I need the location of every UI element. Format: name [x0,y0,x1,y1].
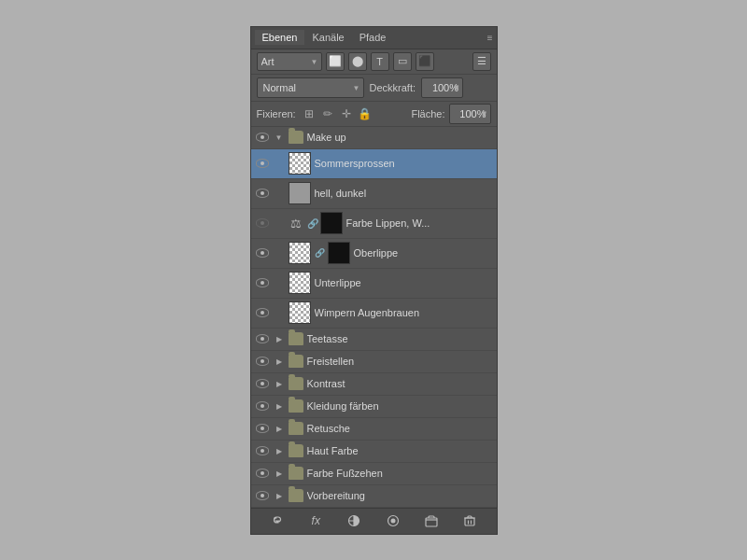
fill-wrapper: ▼ [449,104,491,124]
opacity-label: Deckkraft: [370,82,416,93]
expand-icon[interactable]: ▼ [274,132,285,143]
folder-icon [289,377,303,390]
layer-name: Freistellen [307,356,493,367]
fix-paint-icon[interactable]: ✏ [320,106,335,121]
new-mask-icon[interactable] [384,511,402,530]
fix-move-icon[interactable]: ✛ [339,106,354,121]
expand-icon[interactable]: ▶ [274,423,285,434]
layer-farbe-lippen[interactable]: ⚖ 🔗 Farbe Lippen, W... [251,209,497,239]
layer-name: Kontrast [307,378,493,389]
visibility-icon[interactable] [255,275,270,290]
visibility-icon[interactable] [255,376,270,391]
blend-mode-select[interactable]: Normal [257,77,364,98]
blend-mode-wrapper: Normal [257,77,364,98]
layer-thumb [289,152,311,175]
layer-name: Haut Farbe [307,445,493,456]
link-layers-icon[interactable] [268,511,287,530]
expand-icon[interactable]: ▶ [274,400,285,412]
expand-icon[interactable]: ▶ [274,378,285,389]
layer-wimpern[interactable]: Wimpern Augenbrauen [251,299,497,329]
visibility-icon[interactable] [255,466,270,481]
scale-adj-icon: ⚖ [289,216,303,231]
layer-group-freistellen[interactable]: ▶ Freistellen [251,351,497,373]
layer-oberlippe[interactable]: 🔗 Oberlippe [251,239,497,269]
fx-icon[interactable]: fx [306,511,325,530]
layer-hell-dunkel[interactable]: hell, dunkel [251,179,497,209]
layer-unterlippe[interactable]: Unterlippe [251,269,497,299]
folder-icon [289,422,303,435]
visibility-icon[interactable] [255,216,270,231]
layer-thumb [289,182,311,204]
visibility-icon[interactable] [255,443,270,458]
layers-list[interactable]: ▼ Make up Sommersprossen hell, dunkel ⚖ … [251,127,497,508]
filter-adj-icon[interactable]: ⬤ [348,52,367,71]
layer-group-teetasse[interactable]: ▶ Teetasse [251,329,497,351]
layer-group-kontrast[interactable]: ▶ Kontrast [251,373,497,396]
visibility-icon[interactable] [255,156,270,171]
delete-layer-icon[interactable] [460,511,479,530]
layer-name: Unterlippe [315,277,493,288]
folder-icon [289,444,303,457]
visibility-icon[interactable] [255,488,270,503]
panel-menu-icon[interactable]: ≡ [487,33,493,43]
fill-input[interactable] [449,104,491,124]
visibility-icon[interactable] [255,399,270,413]
layer-group-retusche[interactable]: ▶ Retusche [251,418,497,441]
filter-type-icon[interactable]: T [371,52,389,71]
filter-shape-icon[interactable]: ▭ [393,52,412,71]
layer-name: Make up [307,132,493,143]
visibility-icon[interactable] [255,130,270,145]
expand-icon[interactable]: ▶ [274,333,285,344]
tab-ebenen[interactable]: Ebenen [255,30,305,45]
fix-position-icon[interactable]: ⊞ [302,106,317,121]
layer-name: Kleidung färben [307,400,493,412]
layer-name: Sommersprossen [315,158,493,169]
new-group-icon[interactable] [422,511,441,530]
filter-pixel-icon[interactable]: ⬜ [326,52,345,71]
layer-group-farbe-fusszehen[interactable]: ▶ Farbe Fußzehen [251,463,497,485]
kind-select[interactable]: Art [257,52,322,71]
link-icon: 🔗 [315,248,324,258]
expand-icon[interactable]: ▶ [274,445,285,456]
layer-thumb [289,272,311,294]
visibility-icon[interactable] [255,186,270,201]
kind-toolbar: Art ⬜ ⬤ T ▭ ⬛ ☰ [251,49,497,75]
expand-icon[interactable]: ▶ [274,468,285,479]
layer-group-makeup[interactable]: ▼ Make up [251,127,497,149]
tab-pfade[interactable]: Pfade [352,30,394,45]
opacity-wrapper: ▼ [421,77,463,98]
fix-all-icon[interactable]: 🔒 [358,106,373,121]
layer-name: hell, dunkel [315,188,493,199]
layer-name: Retusche [307,423,493,434]
layer-sommersprossen[interactable]: Sommersprossen [251,149,497,179]
layer-group-vorbereitung[interactable]: ▶ Vorbereitung [251,485,497,508]
new-adjustment-icon[interactable] [345,511,363,530]
fill-label: Fläche: [411,108,444,119]
visibility-icon[interactable] [255,245,270,260]
visibility-icon[interactable] [255,354,270,369]
kind-select-wrapper: Art [257,52,322,71]
expand-icon[interactable]: ▶ [274,356,285,367]
visibility-icon[interactable] [255,331,270,346]
folder-icon [289,399,303,413]
folder-icon [289,489,303,502]
tab-bar: Ebenen Kanäle Pfade ≡ [251,27,497,49]
opacity-input[interactable] [421,77,463,98]
visibility-icon[interactable] [255,421,270,436]
layer-group-kleidung[interactable]: ▶ Kleidung färben [251,396,497,418]
svg-rect-3 [426,518,437,526]
layers-panel: Ebenen Kanäle Pfade ≡ Art ⬜ ⬤ T ▭ ⬛ ☰ No… [250,26,498,535]
folder-icon [289,131,303,144]
expand-icon[interactable]: ▶ [274,490,285,501]
svg-rect-4 [465,518,474,525]
blend-row: Normal Deckkraft: ▼ [251,75,497,102]
layer-thumb [289,242,311,264]
filter-smart-icon[interactable]: ⬛ [416,52,434,71]
folder-icon [289,355,303,368]
layer-name: Farbe Lippen, W... [346,217,493,229]
panel-options-icon[interactable]: ☰ [472,52,491,71]
layer-group-haut-farbe[interactable]: ▶ Haut Farbe [251,441,497,463]
bottom-bar: fx [251,508,497,534]
tab-kanaele[interactable]: Kanäle [304,30,351,45]
visibility-icon[interactable] [255,305,270,320]
